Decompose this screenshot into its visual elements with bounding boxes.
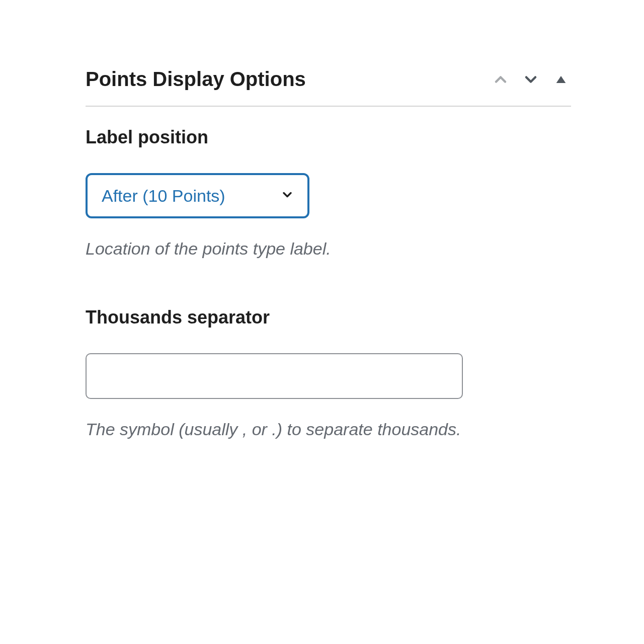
thousands-separator-label: Thousands separator [86, 307, 571, 328]
label-position-field: Label position After (10 Points) Locatio… [86, 127, 571, 262]
svg-marker-0 [556, 76, 566, 83]
panel-title: Points Display Options [86, 68, 306, 91]
thousands-separator-field: Thousands separator The symbol (usually … [86, 307, 571, 442]
panel-controls [491, 69, 571, 90]
label-position-label: Label position [86, 127, 571, 148]
move-down-icon[interactable] [521, 69, 541, 90]
thousands-separator-input[interactable] [86, 353, 463, 399]
label-position-description: Location of the points type label. [86, 236, 463, 262]
move-up-icon[interactable] [491, 69, 511, 90]
collapse-icon[interactable] [551, 69, 571, 90]
thousands-separator-description: The symbol (usually , or .) to separate … [86, 417, 463, 442]
label-position-select-wrapper: After (10 Points) [86, 173, 309, 218]
label-position-select[interactable]: After (10 Points) [86, 173, 309, 218]
panel-header: Points Display Options [86, 68, 571, 107]
